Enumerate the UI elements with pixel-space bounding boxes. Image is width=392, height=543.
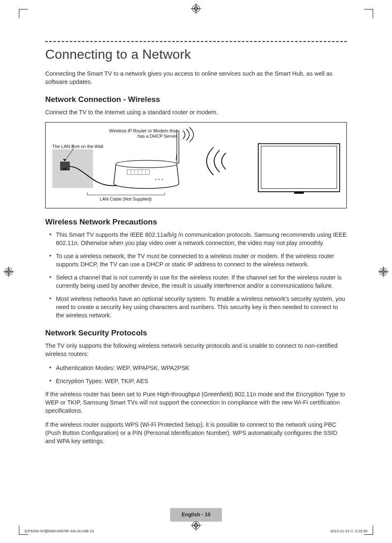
list-item: Encryption Types: WEP, TKIP, AES [45, 377, 347, 385]
network-diagram-svg [46, 122, 346, 208]
section-body-wireless: Connect the TV to the Internet using a s… [45, 108, 347, 116]
svg-point-40 [158, 179, 159, 180]
svg-rect-28 [52, 149, 93, 188]
section-heading-security: Network Security Protocols [45, 328, 347, 337]
page: Connecting to a Network Connecting the S… [0, 0, 392, 543]
list-item: This Smart TV supports the IEEE 802.11a/… [45, 231, 347, 247]
print-footer-left: [UF6200-XH]BN68-04879F-04L16.indb 10 [25, 529, 94, 533]
diagram-label-cable: LAN Cable (Not Supplied) [89, 196, 163, 202]
crop-mark-icon [364, 9, 373, 18]
svg-rect-42 [177, 131, 179, 163]
section-heading-wireless: Network Connection - Wireless [45, 95, 347, 104]
list-item: Most wireless networks have an optional … [45, 295, 347, 319]
list-item: To use a wireless network, the TV must b… [45, 252, 347, 268]
security-list: Authentication Modes: WEP, WPAPSK, WPA2P… [45, 364, 347, 385]
page-title: Connecting to a Network [45, 47, 347, 62]
svg-rect-45 [294, 192, 304, 194]
footer-page-number: 10 [205, 512, 210, 518]
intro-paragraph: Connecting the Smart TV to a network giv… [45, 69, 347, 86]
precautions-list: This Smart TV supports the IEEE 802.11a/… [45, 231, 347, 319]
diagram-label-wall: The LAN Port on the Wall [52, 144, 103, 149]
list-item: Authentication Modes: WEP, WPAPSK, WPA2P… [45, 364, 347, 372]
svg-rect-44 [261, 146, 337, 188]
diagram-label-router: Wireless IP Router or Modem that has a D… [103, 128, 177, 139]
list-item: Select a channel that is not currently i… [45, 273, 347, 290]
section-heading-precautions: Wireless Network Precautions [45, 217, 347, 226]
security-body-3: If the wireless router supports WPS (Wi-… [45, 421, 347, 445]
dashed-rule [45, 41, 347, 42]
registration-mark-icon [191, 3, 201, 14]
security-body-1: The TV only supports the following wirel… [45, 342, 347, 358]
svg-point-32 [116, 160, 177, 168]
registration-mark-icon [378, 266, 389, 277]
crop-mark-icon [19, 9, 28, 18]
svg-point-39 [155, 179, 157, 180]
svg-point-41 [161, 179, 163, 180]
footer-language: English [182, 512, 200, 518]
print-footer-right: 2013-11-13 ⏲ 3:18:39 [330, 529, 367, 533]
network-diagram: Wireless IP Router or Modem that has a D… [45, 122, 347, 208]
footer-tab: English - 10 [170, 508, 222, 522]
security-body-2: If the wireless router has been set to P… [45, 390, 347, 415]
page-footer: English - 10 [0, 508, 392, 522]
registration-mark-icon [3, 266, 14, 277]
content-area: Connecting to a Network Connecting the S… [45, 41, 347, 451]
